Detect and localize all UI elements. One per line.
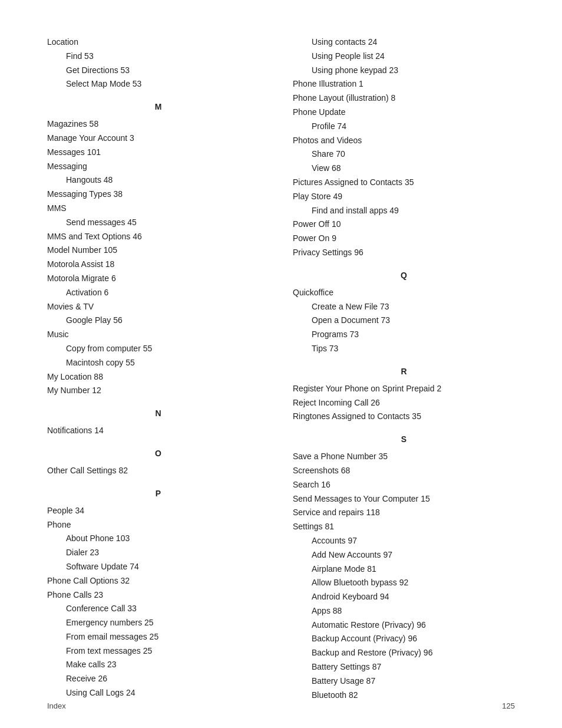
index-entry: MMS and Text Options 46 <box>47 230 269 244</box>
index-entry: Phone Calls 23 <box>47 588 269 602</box>
index-entry: Macintosh copy 55 <box>47 356 269 370</box>
left-column: LocationFind 53Get Directions 53Select M… <box>47 35 269 702</box>
index-entry: About Phone 103 <box>47 532 269 546</box>
index-entry: Phone Call Options 32 <box>47 574 269 588</box>
index-entry: Tips 73 <box>293 342 515 356</box>
footer-right: 125 <box>502 701 515 710</box>
index-entry: Search 16 <box>293 478 515 492</box>
index-entry: Emergency numbers 25 <box>47 616 269 630</box>
section-header: S <box>293 434 515 444</box>
index-entry: Battery Settings 87 <box>293 660 515 674</box>
index-entry: Manage Your Account 3 <box>47 131 269 146</box>
index-entry: Share 70 <box>293 147 515 162</box>
index-entry: Save a Phone Number 35 <box>293 450 515 464</box>
section-header: R <box>293 367 515 376</box>
index-entry: Phone Update <box>293 106 515 120</box>
index-entry: View 68 <box>293 162 515 176</box>
index-entry: Programs 73 <box>293 328 515 342</box>
index-entry: Using People list 24 <box>293 50 515 64</box>
index-entry: Quickoffice <box>293 286 515 300</box>
index-entry: Settings 81 <box>293 520 515 534</box>
section-header: Q <box>293 271 515 280</box>
index-entry: Automatic Restore (Privacy) 96 <box>293 618 515 633</box>
index-entry: Using phone keypad 23 <box>293 64 515 78</box>
index-entry: Pictures Assigned to Contacts 35 <box>293 176 515 190</box>
index-entry: Magazines 58 <box>47 117 269 131</box>
index-entry: Power Off 10 <box>293 218 515 232</box>
index-entry: Battery Usage 87 <box>293 674 515 689</box>
right-column: Using contacts 24Using People list 24Usi… <box>293 35 515 702</box>
index-entry: Add New Accounts 97 <box>293 548 515 562</box>
index-entry: Phone Illustration 1 <box>293 77 515 91</box>
index-entry: Copy from computer 55 <box>47 342 269 356</box>
index-entry: Select Map Mode 53 <box>47 77 269 91</box>
index-entry: Messaging <box>47 160 269 174</box>
index-entry: From email messages 25 <box>47 630 269 644</box>
index-entry: Privacy Settings 96 <box>293 246 515 260</box>
index-entry: Get Directions 53 <box>47 64 269 78</box>
index-entry: Play Store 49 <box>293 190 515 204</box>
index-entry: Using Call Logs 24 <box>47 686 269 700</box>
index-entry: Accounts 97 <box>293 534 515 548</box>
index-entry: Motorola Assist 18 <box>47 258 269 272</box>
index-entry: Model Number 105 <box>47 243 269 258</box>
index-entry: Make calls 23 <box>47 658 269 672</box>
index-entry: Dialer 23 <box>47 546 269 560</box>
index-entry: MMS <box>47 202 269 216</box>
index-entry: Airplane Mode 81 <box>293 562 515 577</box>
section-header: P <box>47 489 269 498</box>
index-entry: Bluetooth 82 <box>293 689 515 703</box>
index-entry: Music <box>47 328 269 342</box>
index-entry: Other Call Settings 82 <box>47 464 269 478</box>
index-entry: Service and repairs 118 <box>293 506 515 520</box>
index-entry: From text messages 25 <box>47 644 269 658</box>
page: LocationFind 53Get Directions 53Select M… <box>0 0 562 728</box>
index-entry: Screenshots 68 <box>293 464 515 478</box>
index-entry: Receive 26 <box>47 672 269 686</box>
index-entry: Find and install apps 49 <box>293 204 515 218</box>
index-entry: Allow Bluetooth bypass 92 <box>293 576 515 590</box>
index-entry: Find 53 <box>47 50 269 64</box>
index-entry: Hangouts 48 <box>47 173 269 187</box>
index-entry: Messages 101 <box>47 146 269 160</box>
index-entry: Apps 88 <box>293 604 515 618</box>
index-entry: Phone <box>47 518 269 532</box>
index-entry: Profile 74 <box>293 120 515 134</box>
index-entry: Google Play 56 <box>47 314 269 328</box>
footer-left: Index <box>47 701 66 710</box>
section-header: O <box>47 449 269 458</box>
index-entry: Movies & TV <box>47 300 269 314</box>
section-header: M <box>47 102 269 111</box>
index-entry: Register Your Phone on Sprint Prepaid 2 <box>293 382 515 396</box>
index-entry: People 34 <box>47 504 269 518</box>
index-entry: Messaging Types 38 <box>47 187 269 202</box>
index-entry: Open a Document 73 <box>293 314 515 328</box>
section-header: N <box>47 409 269 418</box>
index-entry: Activation 6 <box>47 286 269 300</box>
index-entry: Send Messages to Your Computer 15 <box>293 492 515 506</box>
index-entry: Photos and Videos <box>293 134 515 148</box>
index-entry: Create a New File 73 <box>293 300 515 314</box>
index-entry: Reject Incoming Call 26 <box>293 396 515 410</box>
index-entry: Send messages 45 <box>47 216 269 230</box>
index-entry: Power On 9 <box>293 232 515 246</box>
index-entry: Phone Layout (illustration) 8 <box>293 91 515 106</box>
page-footer: Index 125 <box>47 701 515 710</box>
index-entry: My Location 88 <box>47 370 269 384</box>
index-entry: Backup Account (Privacy) 96 <box>293 632 515 646</box>
index-entry: Location <box>47 35 269 50</box>
content-columns: LocationFind 53Get Directions 53Select M… <box>47 35 515 702</box>
index-entry: Ringtones Assigned to Contacts 35 <box>293 410 515 424</box>
index-entry: Conference Call 33 <box>47 602 269 616</box>
index-entry: Backup and Restore (Privacy) 96 <box>293 646 515 660</box>
index-entry: My Number 12 <box>47 384 269 398</box>
index-entry: Notifications 14 <box>47 424 269 438</box>
index-entry: Software Update 74 <box>47 560 269 574</box>
index-entry: Android Keyboard 94 <box>293 590 515 604</box>
index-entry: Motorola Migrate 6 <box>47 272 269 286</box>
index-entry: Using contacts 24 <box>293 35 515 50</box>
